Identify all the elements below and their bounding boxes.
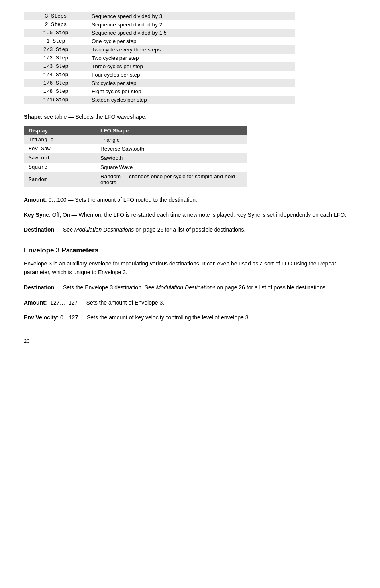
key-sync-label: Key Sync xyxy=(24,212,49,218)
shape-display: Rev Saw xyxy=(24,144,96,153)
shape-table-row: RandomRandom — changes once per cycle fo… xyxy=(24,172,247,187)
shape-description: Reverse Sawtooth xyxy=(96,144,247,153)
speed-table-row: 3 StepsSequence speed divided by 3 xyxy=(24,12,295,20)
speed-table-row: 1/6 StepSix cycles per step xyxy=(24,79,295,87)
shape-intro: Shape: see table — Selects the LFO waves… xyxy=(24,113,364,121)
env3-destination-link: Modulation Destinations xyxy=(156,284,215,291)
speed-table-row: 1/16StepSixteen cycles per step xyxy=(24,96,295,104)
env-velocity-param: Env Velocity: 0…127 — Sets the amount of… xyxy=(24,313,364,322)
page-number: 20 xyxy=(24,338,364,344)
shape-col-shape: LFO Shape xyxy=(96,126,247,135)
env3-destination-text: — Sets the Envelope 3 destination. See xyxy=(54,284,156,291)
speed-table-row: 1.5 StepSequence speed divided by 1.5 xyxy=(24,29,295,37)
env3-amount-param: Amount: -127…+127 — Sets the amount of E… xyxy=(24,299,364,307)
shape-display: Sawtooth xyxy=(24,153,96,163)
shape-display: Random xyxy=(24,172,96,187)
shape-description: Square Wave xyxy=(96,163,247,172)
shape-display: Square xyxy=(24,163,96,172)
speed-description: Two cycles every three steps xyxy=(88,45,295,54)
amount-text: 0…100 — Sets the amount of LFO routed to… xyxy=(47,197,197,203)
speed-table-row: 1 StepOne cycle per step xyxy=(24,37,295,45)
shape-table-row: SquareSquare Wave xyxy=(24,163,247,172)
speed-display: 1/16Step xyxy=(24,96,88,104)
key-sync-text: : Off, On — When on, the LFO is re-start… xyxy=(49,212,346,218)
speed-description: Four cycles per step xyxy=(88,71,295,79)
shape-label: Shape: xyxy=(24,114,43,120)
env-velocity-label: Env Velocity: xyxy=(24,314,59,321)
speed-description: Three cycles per step xyxy=(88,62,295,71)
destination-param: Destination — See Modulation Destination… xyxy=(24,226,364,234)
envelope3-heading: Envelope 3 Parameters xyxy=(24,246,364,254)
env3-destination-text-after: on page 26 for a list of possible destin… xyxy=(215,284,327,291)
env3-amount-label: Amount: xyxy=(24,299,47,306)
shape-intro-text: see table — Selects the LFO waveshape: xyxy=(43,114,147,120)
destination-text-after: on page 26 for a list of possible destin… xyxy=(134,226,245,233)
speed-description: One cycle per step xyxy=(88,37,295,45)
speed-table-row: 1/3 StepThree cycles per step xyxy=(24,62,295,71)
speed-description: Sequence speed divided by 2 xyxy=(88,20,295,29)
speed-display: 1.5 Step xyxy=(24,29,88,37)
speed-display: 1/4 Step xyxy=(24,71,88,79)
speed-display: 3 Steps xyxy=(24,12,88,20)
destination-link: Modulation Destinations xyxy=(74,226,134,233)
speed-display: 2 Steps xyxy=(24,20,88,29)
speed-description: Six cycles per step xyxy=(88,79,295,87)
destination-text: — See xyxy=(54,226,74,233)
shape-description: Triangle xyxy=(96,135,247,144)
shape-table-row: TriangleTriangle xyxy=(24,135,247,144)
key-sync-param: Key Sync: Off, On — When on, the LFO is … xyxy=(24,211,364,220)
speed-display: 1/6 Step xyxy=(24,79,88,87)
amount-label: Amount: xyxy=(24,197,47,203)
speed-table-row: 2 StepsSequence speed divided by 2 xyxy=(24,20,295,29)
amount-param: Amount: 0…100 — Sets the amount of LFO r… xyxy=(24,196,364,205)
shape-table: Display LFO Shape TriangleTriangleRev Sa… xyxy=(24,126,247,187)
env3-destination-label: Destination xyxy=(24,284,54,291)
env3-destination-param: Destination — Sets the Envelope 3 destin… xyxy=(24,283,364,292)
speed-display: 1 Step xyxy=(24,37,88,45)
shape-col-display: Display xyxy=(24,126,96,135)
speed-display: 1/8 Step xyxy=(24,87,88,96)
shape-description: Sawtooth xyxy=(96,153,247,163)
speed-table-row: 2/3 StepTwo cycles every three steps xyxy=(24,45,295,54)
speed-description: Two cycles per step xyxy=(88,54,295,62)
speed-display: 1/3 Step xyxy=(24,62,88,71)
speed-table-row: 1/8 StepEight cycles per step xyxy=(24,87,295,96)
destination-label: Destination xyxy=(24,226,54,233)
env-velocity-text: 0…127 — Sets the amount of key velocity … xyxy=(59,314,250,321)
shape-display: Triangle xyxy=(24,135,96,144)
speed-description: Sequence speed divided by 3 xyxy=(88,12,295,20)
speed-table: 3 StepsSequence speed divided by 32 Step… xyxy=(24,12,295,104)
speed-display: 2/3 Step xyxy=(24,45,88,54)
shape-table-row: Rev SawReverse Sawtooth xyxy=(24,144,247,153)
speed-description: Sixteen cycles per step xyxy=(88,96,295,104)
env3-amount-text: -127…+127 — Sets the amount of Envelope … xyxy=(47,299,165,306)
speed-table-row: 1/2 StepTwo cycles per step xyxy=(24,54,295,62)
speed-table-row: 1/4 StepFour cycles per step xyxy=(24,71,295,79)
shape-table-row: SawtoothSawtooth xyxy=(24,153,247,163)
speed-description: Sequence speed divided by 1.5 xyxy=(88,29,295,37)
shape-description: Random — changes once per cycle for samp… xyxy=(96,172,247,187)
envelope3-intro: Envelope 3 is an auxiliary envelope for … xyxy=(24,259,364,277)
speed-description: Eight cycles per step xyxy=(88,87,295,96)
speed-display: 1/2 Step xyxy=(24,54,88,62)
